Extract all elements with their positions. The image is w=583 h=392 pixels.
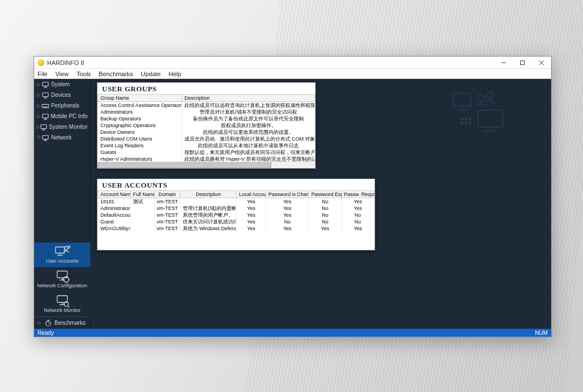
sidebar-label: Benchmarks [54, 320, 86, 326]
svg-point-29 [68, 246, 70, 248]
statusbar: Ready NUM [34, 329, 551, 337]
menu-file[interactable]: File [38, 71, 48, 77]
sidebar-label: Peripherals [51, 102, 80, 109]
table-row[interactable]: Administrators管理员对计算机/域有不受限制的完全访问权 [98, 109, 315, 115]
sidebar-label: System Monitor [49, 124, 87, 130]
monitor-icon [40, 124, 48, 130]
svg-point-47 [487, 92, 493, 99]
table-row[interactable]: Event Log Readers此组的成员可以从本地计算机中读取事件日志 [98, 142, 315, 149]
titlebar[interactable]: HARDiNFO 8 [34, 57, 551, 69]
monitor-icon [41, 113, 50, 120]
app-window: HARDiNFO 8 File View Tools Benchmarks Up… [34, 56, 552, 337]
svg-point-51 [461, 118, 463, 120]
minimize-button[interactable] [494, 57, 513, 69]
svg-point-56 [469, 122, 471, 124]
nav-item-user-accounts[interactable]: User Accounts [34, 242, 90, 267]
svg-point-52 [465, 118, 468, 120]
user-accounts-table[interactable]: Account NameFull NameDomainDescriptionLo… [98, 190, 374, 250]
column-header[interactable]: Group Name [98, 95, 182, 102]
user-groups-table[interactable]: Group NameDescriptionAccess Control Assi… [98, 94, 315, 161]
nav-label: Network Configuration [37, 283, 87, 288]
table-row[interactable]: Guestvm-TEST供来宾访问计算机或访问域的...YesNoNoNo [98, 218, 374, 225]
status-right: NUM [535, 330, 548, 336]
sidebar-item-devices[interactable]: ▷Devices [34, 90, 90, 100]
sidebar-label: Network [51, 134, 72, 141]
svg-line-42 [48, 323, 49, 324]
table-row[interactable]: DefaultAccountvm-TEST系统管理的用户帐户。YesYesNoN… [98, 212, 374, 218]
column-header[interactable]: Full Name [131, 191, 154, 198]
sidebar-label: Mobile PC Info [50, 113, 87, 119]
svg-rect-1 [521, 60, 525, 64]
content-area: USER GROUPS Group NameDescriptionAccess … [90, 79, 551, 329]
user-accounts-panel: USER ACCOUNTS Account NameFull NameDomai… [97, 179, 375, 250]
table-row[interactable]: 18181测试vm-TESTYesYesNoYes [98, 198, 374, 206]
nav-item-network-configuration[interactable]: Network Configuration [34, 267, 90, 292]
sidebar-item-system[interactable]: ▷System [34, 79, 90, 90]
svg-point-46 [478, 95, 484, 101]
svg-rect-25 [55, 247, 64, 253]
svg-rect-19 [41, 124, 47, 128]
svg-rect-22 [43, 135, 48, 139]
table-row[interactable]: Distributed COM Users成员允许启动、激活和使用此计算机上的分… [98, 136, 315, 142]
monitor-icon [41, 81, 50, 88]
svg-point-55 [465, 122, 468, 124]
sidebar-item-mobile-pc-info[interactable]: ▷Mobile PC Info [34, 111, 90, 122]
menubar: File View Tools Benchmarks Update Help [34, 69, 551, 79]
svg-rect-10 [42, 104, 49, 108]
monitor-icon [41, 92, 50, 99]
table-row[interactable]: Backup Operators备份操作员为了备份或还原文件可以替代安全限制 [98, 115, 315, 122]
decor-network-icon [450, 90, 512, 136]
svg-point-54 [461, 122, 463, 124]
menu-update[interactable]: Update [141, 71, 160, 77]
nav-icon [54, 294, 71, 307]
expand-icon[interactable]: ▽ [36, 135, 41, 140]
panel-title: USER GROUPS [98, 83, 315, 94]
keyboard-icon [41, 102, 50, 109]
menu-help[interactable]: Help [169, 71, 182, 77]
table-row[interactable]: Device Owners此组的成员可以更改系统范围内的设置。 [98, 129, 315, 136]
expand-icon[interactable]: ▷ [36, 92, 41, 97]
sidebar-item-peripherals[interactable]: ▷Peripherals [34, 100, 90, 111]
expand-icon[interactable]: ▷ [36, 114, 41, 119]
user-groups-panel: USER GROUPS Group NameDescriptionAccess … [97, 82, 316, 169]
expand-icon[interactable]: ▷ [36, 103, 41, 108]
column-header[interactable]: Password Expires [309, 191, 341, 198]
svg-rect-34 [57, 296, 67, 302]
status-left: Ready [38, 330, 54, 336]
table-row[interactable]: Hyper-V Administrators此组的成员拥有对 Hyper-V 所… [98, 156, 315, 161]
column-header[interactable]: Description [180, 191, 237, 198]
table-row[interactable]: WDAGUtilityAccountvm-TEST系统为 Windows Def… [98, 225, 374, 232]
stopwatch-icon [44, 319, 52, 327]
table-row[interactable]: Administratorvm-TEST管理计算机(域)的内置帐户YesYesN… [98, 205, 374, 212]
table-row[interactable]: Access Control Assistance Operators此组的成员… [98, 102, 315, 109]
sidebar-label: System [51, 81, 70, 87]
sidebar-item-benchmarks[interactable]: ▷ Benchmarks [34, 316, 90, 329]
menu-benchmarks[interactable]: Benchmarks [99, 71, 133, 77]
nav-icon [54, 245, 71, 258]
nav-item-network-monitor[interactable]: Network Monitor [34, 292, 90, 316]
sidebar-item-network[interactable]: ▽Network [34, 132, 90, 143]
column-header[interactable]: Passw. Required [341, 191, 374, 198]
menu-view[interactable]: View [55, 71, 69, 77]
horizontal-scrollbar[interactable] [98, 161, 315, 168]
table-row[interactable]: Guests按默认值，来宾跟用户组的成员有同等访问权，但来宾帐户的限制更多 [98, 149, 315, 156]
column-header[interactable]: Description [182, 95, 315, 102]
svg-point-53 [469, 118, 471, 120]
sidebar-item-system-monitor[interactable]: ▷System Monitor [34, 122, 90, 132]
column-header[interactable]: Account Name [98, 191, 131, 198]
column-header[interactable]: Password is Changeable [266, 191, 308, 198]
nav-icon [54, 269, 71, 283]
app-icon [38, 59, 44, 66]
app-title: HARDiNFO 8 [47, 59, 84, 66]
nav-label: User Accounts [46, 258, 78, 264]
sidebar: ▷System▷Devices▷Peripherals▷Mobile PC In… [34, 79, 90, 329]
column-header[interactable]: Domain [154, 191, 180, 198]
svg-rect-16 [42, 114, 48, 118]
column-header[interactable]: Local Account [237, 191, 266, 198]
expand-icon[interactable]: ▷ [36, 82, 41, 87]
nav-label: Network Monitor [44, 307, 81, 313]
menu-tools[interactable]: Tools [76, 71, 91, 77]
maximize-button[interactable] [513, 57, 532, 69]
close-button[interactable] [532, 57, 551, 69]
table-row[interactable]: Cryptographic Operators授权成员执行加密操作。 [98, 122, 315, 129]
